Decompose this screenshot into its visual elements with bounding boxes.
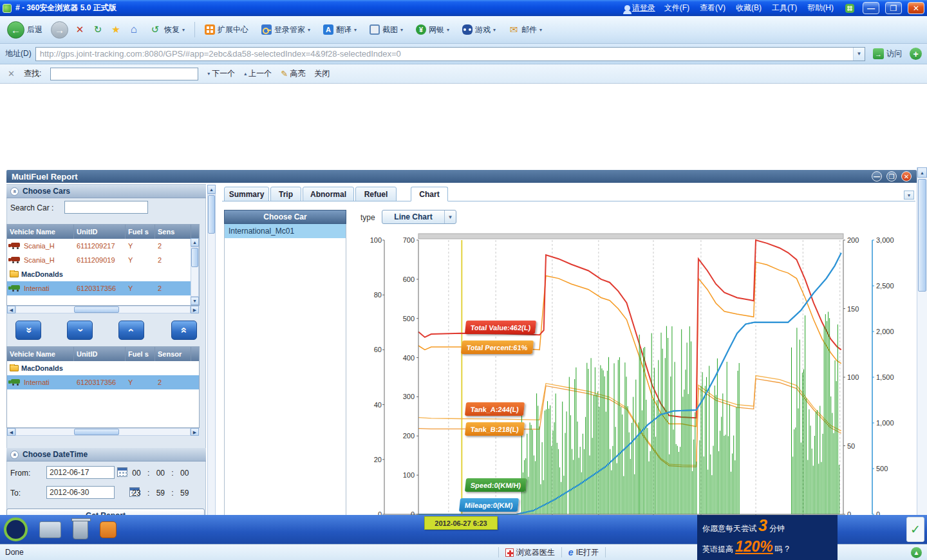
add-button[interactable]: + bbox=[910, 48, 922, 60]
search-car-label: Search Car : bbox=[10, 203, 53, 212]
find-prev-button[interactable]: ▴上一个 bbox=[244, 68, 272, 79]
page-top-button[interactable]: ▲ bbox=[911, 547, 922, 558]
from-time-part[interactable]: 00 bbox=[131, 469, 142, 478]
chart-tooltip: Tank_B:218(L) bbox=[465, 422, 525, 436]
move-up-button[interactable]: ‹ bbox=[118, 321, 144, 340]
menu-file[interactable]: 文件(F) bbox=[659, 3, 695, 12]
loginmgr-button[interactable]: 登录管家▾ bbox=[258, 23, 314, 37]
scroll-left-button[interactable]: ◀ bbox=[7, 428, 15, 436]
find-highlight-button[interactable]: ✎高亮 bbox=[281, 68, 305, 79]
folder-row[interactable]: MacDonalds bbox=[7, 361, 199, 375]
scroll-up-button[interactable]: ▲ bbox=[207, 185, 216, 194]
collapse-icon[interactable]: « bbox=[10, 451, 19, 459]
safety-check-icon[interactable]: ✓ bbox=[906, 517, 924, 542]
folder-row[interactable]: MacDonalds bbox=[7, 267, 199, 281]
bank-button[interactable]: ¥网银▾ bbox=[413, 23, 453, 37]
refresh-button[interactable]: ↻ bbox=[91, 24, 104, 35]
game-button[interactable]: 游戏▾ bbox=[459, 23, 499, 37]
scroll-left-button[interactable]: ◀ bbox=[7, 306, 15, 313]
trans-button[interactable]: A翻译▾ bbox=[320, 23, 360, 37]
from-time-part[interactable]: 00 bbox=[180, 469, 190, 478]
ad-panel[interactable]: 你愿意每天尝试3分钟 英语提高120%吗 ? bbox=[697, 515, 838, 560]
360-logo-icon[interactable] bbox=[4, 518, 28, 541]
to-time-part[interactable]: 59 bbox=[155, 489, 165, 498]
menu-favorites[interactable]: 收藏(B) bbox=[731, 3, 767, 12]
move-all-up-button[interactable]: « bbox=[171, 321, 197, 340]
page-scrollbar-thumb[interactable] bbox=[918, 179, 926, 292]
scrollbar-thumb[interactable] bbox=[208, 195, 215, 234]
vehicle-row[interactable]: Scania_H6111209217Y2 bbox=[7, 239, 199, 253]
move-down-button[interactable]: ‹ bbox=[67, 321, 93, 340]
axis-tick-label: 700 bbox=[403, 236, 415, 244]
address-input[interactable] bbox=[36, 49, 853, 59]
login-link[interactable]: 请登录 bbox=[624, 3, 655, 14]
open-in-ie-button[interactable]: eIE打开 bbox=[568, 547, 599, 558]
find-next-button[interactable]: ▾下一个 bbox=[207, 68, 235, 79]
to-time-part[interactable]: 59 bbox=[180, 489, 190, 498]
tools-icon[interactable] bbox=[100, 521, 117, 538]
minimize-button[interactable]: — bbox=[863, 2, 879, 14]
axis-tick-label: 40 bbox=[374, 401, 382, 409]
from-date-input[interactable] bbox=[46, 466, 115, 479]
to-date-input[interactable] bbox=[46, 486, 115, 499]
car-list-item[interactable]: International_Mc01 bbox=[225, 224, 346, 238]
app-minimize-button[interactable]: — bbox=[872, 171, 882, 182]
vehicle-table-bottom: Vehicle NameUnitIDFuel sSensorMacDonalds… bbox=[6, 346, 200, 428]
scroll-right-button[interactable]: ▶ bbox=[191, 306, 199, 313]
restore-button[interactable]: ↺ 恢复 ▾ bbox=[145, 22, 188, 37]
stop-button[interactable]: ✕ bbox=[73, 24, 86, 35]
fuel-flag: Y bbox=[126, 378, 155, 386]
scrollbar-thumb[interactable] bbox=[191, 248, 198, 267]
tab-abnormal[interactable]: Abnormal bbox=[303, 187, 354, 201]
scroll-up-button[interactable]: ▲ bbox=[191, 238, 199, 247]
scroll-right-button[interactable]: ▶ bbox=[191, 428, 199, 436]
move-all-down-button[interactable]: « bbox=[15, 321, 41, 340]
trash-icon[interactable] bbox=[73, 520, 88, 539]
tab-chart[interactable]: Chart bbox=[411, 187, 448, 201]
from-time-part[interactable]: 00 bbox=[155, 469, 165, 478]
screenshot-icon bbox=[370, 24, 380, 35]
skin-icon[interactable] bbox=[845, 4, 854, 13]
menu-view[interactable]: 查看(V) bbox=[695, 3, 731, 12]
favorites-star-button[interactable]: ★ bbox=[109, 24, 122, 35]
vehicle-row[interactable]: Scania_H6111209019Y2 bbox=[7, 253, 199, 267]
scrollbar-track[interactable] bbox=[207, 194, 216, 560]
choose-cars-header[interactable]: « Choose Cars bbox=[6, 185, 206, 198]
find-close-icon[interactable]: ✕ bbox=[8, 69, 15, 79]
shot-button[interactable]: 截图▾ bbox=[366, 23, 406, 37]
browser-doctor-button[interactable]: 浏览器医生 bbox=[505, 547, 555, 558]
tab-summary[interactable]: Summary bbox=[224, 187, 269, 201]
printer-icon[interactable] bbox=[39, 521, 61, 538]
vehicle-row[interactable]: Internati6120317356Y2 bbox=[7, 375, 199, 389]
maximize-button[interactable]: ❐ bbox=[885, 2, 902, 14]
scrollbar-thumb[interactable] bbox=[74, 429, 119, 435]
menu-help[interactable]: 帮助(H) bbox=[802, 3, 839, 12]
find-input[interactable] bbox=[50, 68, 198, 80]
scroll-down-button[interactable]: ▼ bbox=[191, 297, 199, 305]
choose-datetime-header[interactable]: « Choose DateTime bbox=[6, 448, 206, 462]
tab-refuel[interactable]: Refuel bbox=[355, 187, 397, 201]
menu-tools[interactable]: 工具(T) bbox=[767, 3, 802, 12]
home-button[interactable]: ⌂ bbox=[127, 23, 140, 36]
scrollbar-thumb[interactable] bbox=[74, 306, 119, 313]
ext-button[interactable]: 扩展中心 bbox=[201, 23, 252, 37]
chart-type-dropdown[interactable]: Line Chart ▼ bbox=[382, 210, 456, 224]
truck-icon bbox=[11, 285, 20, 290]
back-button[interactable]: ← 后退 bbox=[4, 19, 46, 41]
app-close-button[interactable]: ✕ bbox=[901, 171, 912, 182]
tab-overflow-dropdown[interactable]: ▼ bbox=[904, 191, 914, 200]
address-dropdown-button[interactable]: ▼ bbox=[853, 48, 865, 61]
forward-button[interactable]: → bbox=[51, 21, 68, 39]
mail-button[interactable]: ✉邮件▾ bbox=[505, 23, 545, 37]
find-close-button[interactable]: 关闭 bbox=[314, 68, 330, 79]
vehicle-row[interactable]: Internati6120317356Y2 bbox=[7, 281, 199, 295]
to-time-part[interactable]: 23 bbox=[131, 489, 142, 498]
app-maximize-button[interactable]: ❐ bbox=[886, 171, 897, 182]
go-button[interactable]: → 访问 bbox=[869, 47, 906, 61]
search-car-input[interactable] bbox=[64, 201, 148, 214]
calendar-icon[interactable] bbox=[117, 467, 127, 477]
close-button[interactable]: ✕ bbox=[908, 2, 924, 14]
tab-trip[interactable]: Trip bbox=[270, 187, 301, 201]
collapse-icon[interactable]: « bbox=[10, 187, 19, 196]
page-scroll-up-button[interactable]: ▲ bbox=[917, 167, 927, 178]
